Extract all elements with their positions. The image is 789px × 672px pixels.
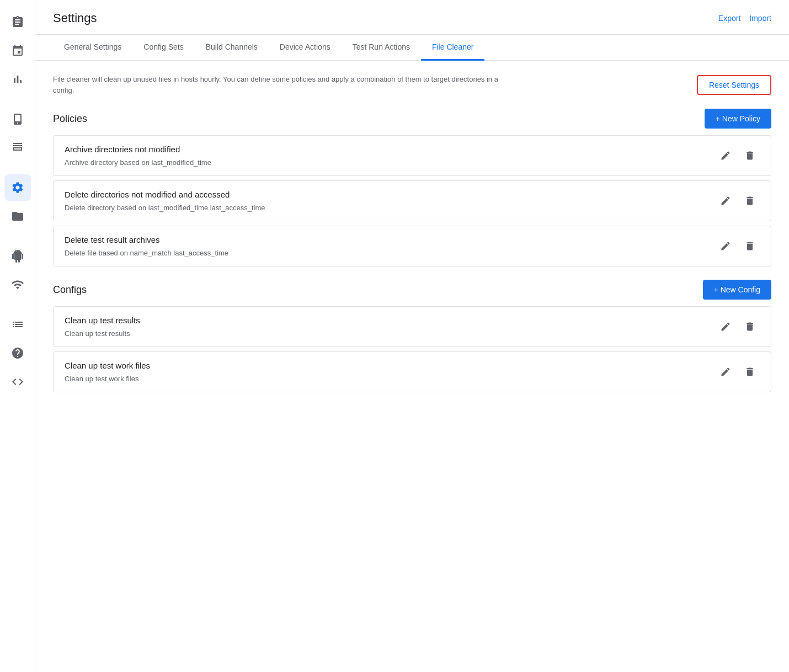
policy-card-2-content: Delete test result archives Delete file …: [65, 235, 716, 257]
tab-test-run-actions[interactable]: Test Run Actions: [342, 35, 421, 61]
sidebar-item-android[interactable]: [4, 243, 31, 269]
sidebar-item-phone[interactable]: [4, 106, 31, 132]
policy-card-0-content: Archive directories not modified Archive…: [65, 145, 716, 167]
config-card-1-subtitle: Clean up test work files: [65, 375, 716, 383]
import-link[interactable]: Import: [749, 14, 771, 23]
config-1-edit-button[interactable]: [716, 362, 735, 382]
sidebar-item-calendar[interactable]: [4, 38, 31, 64]
policy-1-edit-button[interactable]: [716, 191, 735, 211]
config-card-0-title: Clean up test results: [65, 316, 716, 325]
policy-card-0-actions: [716, 146, 760, 166]
policy-2-delete-button[interactable]: [740, 236, 760, 256]
sidebar-item-monitor[interactable]: [4, 271, 31, 298]
description-bar: File cleaner will clean up unused files …: [53, 74, 771, 95]
policies-section-header: Policies + New Policy: [53, 109, 771, 129]
header-actions: Export Import: [718, 14, 771, 23]
content-area: File cleaner will clean up unused files …: [35, 61, 789, 672]
policy-0-delete-button[interactable]: [740, 146, 760, 166]
tab-file-cleaner[interactable]: File Cleaner: [421, 35, 484, 61]
new-policy-button[interactable]: + New Policy: [705, 109, 771, 129]
policy-card-1-title: Delete directories not modified and acce…: [65, 190, 716, 199]
tab-device-actions[interactable]: Device Actions: [269, 35, 342, 61]
sidebar: [0, 0, 35, 672]
configs-section-header: Configs + New Config: [53, 280, 771, 300]
config-0-edit-button[interactable]: [716, 317, 735, 337]
reset-settings-button[interactable]: Reset Settings: [697, 75, 771, 95]
policy-0-edit-button[interactable]: [716, 146, 735, 166]
config-1-delete-button[interactable]: [740, 362, 760, 382]
config-card-0-subtitle: Clean up test results: [65, 329, 716, 338]
sidebar-item-folder[interactable]: [4, 203, 31, 230]
page-title: Settings: [53, 11, 97, 25]
sidebar-item-list[interactable]: [4, 311, 31, 338]
policy-card-1-subtitle: Delete directory based on last_modified_…: [65, 204, 716, 212]
sidebar-item-settings[interactable]: [4, 174, 31, 201]
policies-title: Policies: [53, 113, 87, 125]
tabs-bar: General Settings Config Sets Build Chann…: [35, 35, 789, 61]
policy-card-0-title: Archive directories not modified: [65, 145, 716, 154]
policy-card-2-subtitle: Delete file based on name_match last_acc…: [65, 249, 716, 257]
policy-card-2: Delete test result archives Delete file …: [53, 226, 771, 266]
sidebar-item-server[interactable]: [4, 135, 31, 161]
main-content: Settings Export Import General Settings …: [35, 0, 789, 672]
policy-card-0: Archive directories not modified Archive…: [53, 135, 771, 176]
export-link[interactable]: Export: [718, 14, 740, 23]
policy-card-1-actions: [716, 191, 760, 211]
header: Settings Export Import: [35, 0, 789, 35]
configs-section: Configs + New Config Clean up test resul…: [53, 280, 771, 392]
policy-card-1: Delete directories not modified and acce…: [53, 180, 771, 221]
tab-build-channels[interactable]: Build Channels: [195, 35, 269, 61]
policy-1-delete-button[interactable]: [740, 191, 760, 211]
sidebar-item-analytics[interactable]: [4, 66, 31, 93]
policy-card-2-actions: [716, 236, 760, 256]
config-card-1-title: Clean up test work files: [65, 361, 716, 370]
config-card-1-content: Clean up test work files Clean up test w…: [65, 361, 716, 383]
description-text: File cleaner will clean up unused files …: [53, 74, 505, 95]
sidebar-item-clipboard[interactable]: [4, 9, 31, 35]
configs-title: Configs: [53, 284, 87, 296]
sidebar-item-code[interactable]: [4, 369, 31, 395]
policy-2-edit-button[interactable]: [716, 236, 735, 256]
tab-config-sets[interactable]: Config Sets: [132, 35, 194, 61]
policy-card-2-title: Delete test result archives: [65, 235, 716, 244]
policy-card-1-content: Delete directories not modified and acce…: [65, 190, 716, 212]
new-config-button[interactable]: + New Config: [703, 280, 771, 300]
tab-general-settings[interactable]: General Settings: [53, 35, 132, 61]
config-card-0-content: Clean up test results Clean up test resu…: [65, 316, 716, 338]
policies-section: Policies + New Policy Archive directorie…: [53, 109, 771, 266]
sidebar-item-help[interactable]: [4, 340, 31, 366]
config-card-1: Clean up test work files Clean up test w…: [53, 351, 771, 392]
policy-card-0-subtitle: Archive directory based on last_modified…: [65, 158, 716, 167]
config-card-0-actions: [716, 317, 760, 337]
config-card-1-actions: [716, 362, 760, 382]
config-0-delete-button[interactable]: [740, 317, 760, 337]
config-card-0: Clean up test results Clean up test resu…: [53, 306, 771, 347]
